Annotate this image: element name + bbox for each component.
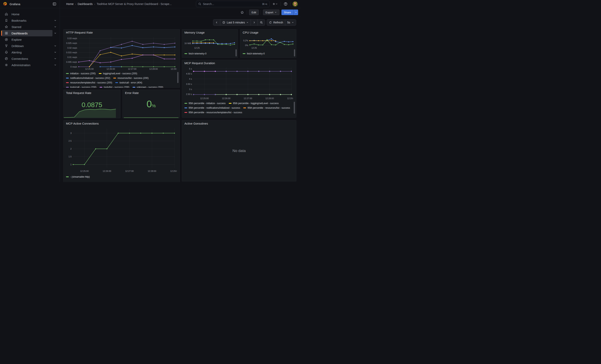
favorite-star-button[interactable] (240, 10, 245, 15)
legend-label: tools/call - error (404) (120, 81, 142, 84)
chevron-down-icon[interactable] (52, 18, 58, 23)
panel-total-request-rate: Total Request Rate 0.0875 (63, 90, 120, 118)
stat-sparkline (124, 115, 179, 118)
edit-button[interactable]: Edit (249, 10, 259, 15)
time-range-picker[interactable]: Last 5 minutes (220, 20, 250, 25)
sidebar-link-drilldown[interactable]: Drilldown (2, 43, 52, 49)
legend-label: resources/list - success (200) (118, 77, 149, 79)
share-button[interactable]: Share (281, 10, 293, 15)
legend-scrollbar[interactable] (294, 49, 295, 56)
legend-swatch (229, 103, 231, 104)
panel-title[interactable]: Total Request Rate (64, 90, 120, 95)
drilldown-icon (4, 44, 8, 48)
legend-item[interactable]: resources/templates/list - success (200) (66, 80, 112, 85)
svg-text:0.02 req/s: 0.02 req/s (67, 47, 77, 49)
legend-item[interactable]: unknown - success (200) (132, 85, 163, 88)
breadcrumb-item[interactable]: Home (66, 2, 73, 6)
legend-item[interactable]: initialize - success (200) (66, 71, 96, 76)
legend-item[interactable]: notifications/initialized - success (202… (66, 76, 110, 80)
chart-canvas[interactable]: 11.522.5312:25:0012:26:0012:27:0012:28:0… (66, 127, 177, 173)
new-button[interactable] (271, 2, 279, 6)
search-input[interactable]: Search... ⌘+k (196, 1, 270, 7)
panel-title[interactable]: Error Rate (123, 90, 180, 95)
legend-scrollbar[interactable] (236, 49, 237, 56)
share-dropdown-button[interactable] (293, 10, 298, 15)
chevron-down-icon[interactable] (52, 56, 58, 61)
svg-text:12:29:00: 12:29:00 (170, 170, 177, 172)
panel-title[interactable]: MCP Active Connections (64, 120, 180, 125)
legend-item[interactable]: 95th percentile - resources/list - succe… (243, 106, 290, 110)
legend-item[interactable]: fetch-telemetry-0 (243, 51, 265, 56)
legend-item[interactable]: tools/call - error (404) (115, 80, 142, 85)
legend-item[interactable]: fetch-telemetry-0 (184, 51, 207, 56)
sidebar-item-label: Starred (11, 25, 21, 29)
export-button[interactable]: Export (263, 10, 280, 15)
svg-text:12:25:00: 12:25:00 (200, 97, 209, 99)
grafana-app: Grafana HomeBookmarksStarredDashboardsEx… (0, 0, 300, 182)
grafana-logo[interactable] (3, 2, 7, 6)
sidebar-item-connections: Connections (2, 55, 58, 62)
legend-label: 95th percentile - notifications/initiali… (189, 107, 240, 109)
sidebar-link-connections[interactable]: Connections (2, 55, 52, 62)
legend-item[interactable]: 95th percentile - resources/templates/li… (184, 110, 242, 115)
chevron-down-icon (275, 3, 278, 5)
panel-title[interactable]: CPU Usage (240, 30, 296, 34)
sidebar-item-bookmarks: Bookmarks (2, 17, 58, 24)
legend-item[interactable]: tools/call - success (200) (66, 85, 96, 88)
zoom-out-button[interactable] (258, 20, 265, 25)
legend-item[interactable]: 95th percentile - initialize - success (184, 101, 226, 106)
question-circle-icon (284, 2, 288, 6)
legend-item[interactable]: logging/setLevel - success (200) (99, 71, 137, 76)
refresh-interval-picker[interactable]: 5s (285, 20, 296, 25)
chevron-right-icon (253, 21, 256, 24)
chevron-down-icon[interactable] (52, 30, 58, 36)
sidebar-item-label: Home (11, 12, 20, 16)
time-back-button[interactable] (213, 20, 220, 25)
legend-label: resources/templates/list - success (200) (70, 81, 112, 84)
user-avatar[interactable] (292, 1, 298, 7)
chevron-down-icon[interactable] (52, 43, 58, 49)
bookmark-icon (4, 19, 8, 22)
time-forward-button[interactable] (250, 20, 258, 25)
chevron-down-icon[interactable] (52, 24, 58, 30)
sidebar-link-alerting[interactable]: Alerting (2, 49, 52, 55)
legend-swatch (115, 82, 118, 83)
panel-title[interactable]: Active Goroutines (182, 120, 296, 125)
legend-item[interactable]: resources/list - success (200) (113, 76, 149, 80)
sidebar-item-label: Connections (11, 57, 28, 60)
panel-title[interactable]: MCP Request Duration (182, 60, 296, 65)
divider (247, 10, 247, 15)
chart-canvas[interactable]: 0 req/s0.005 req/s0.01 req/s0.015 req/s0… (66, 35, 177, 71)
legend-swatch (184, 53, 187, 54)
sidebar-link-bookmarks[interactable]: Bookmarks (2, 17, 52, 24)
svg-text:12:28:00: 12:28:00 (148, 170, 156, 172)
panel-title[interactable]: HTTP Request Rate (64, 30, 180, 34)
chevron-down-icon[interactable] (52, 49, 58, 55)
refresh-button[interactable]: Refresh (267, 20, 285, 25)
breadcrumb-item[interactable]: Dashboards (78, 2, 93, 6)
chart-canvas[interactable]: 0.2%0%12:25 (241, 37, 294, 50)
sidebar-link-administration[interactable]: Administration (2, 62, 52, 68)
legend-scrollbar[interactable] (294, 102, 295, 114)
svg-text:0.025 req/s: 0.025 req/s (66, 42, 77, 44)
dashboard-toolbar: Edit Export Share (60, 8, 300, 17)
help-button[interactable] (283, 1, 288, 7)
gear-icon (4, 63, 8, 67)
legend-scrollbar[interactable] (177, 72, 179, 83)
sidebar-collapse-button[interactable] (52, 1, 57, 7)
sidebar-link-explore[interactable]: Explore (2, 36, 58, 43)
share-split-button: Share (281, 10, 298, 15)
legend-item[interactable]: - (streamable-http) (66, 175, 90, 179)
sidebar-link-dashboards[interactable]: Dashboards (2, 30, 52, 36)
legend-item[interactable]: tools/list - success (200) (100, 85, 129, 88)
panel-title[interactable]: Memory Usage (182, 30, 238, 34)
sidebar-link-home[interactable]: Home (2, 11, 58, 17)
main-area: Home›Dashboards›ToolHive MCP Server & Pr… (60, 0, 300, 182)
sidebar-link-starred[interactable]: Starred (2, 24, 52, 30)
panel-mcp-active-connections: MCP Active Connections 11.522.5312:25:00… (63, 120, 180, 182)
chart-canvas[interactable]: 16 MiB12:25 (183, 37, 236, 50)
chart-canvas[interactable]: 2.50 s3 s3.50 s4 s4.50 s5 s12:25:0012:26… (184, 66, 293, 100)
chevron-down-icon[interactable] (52, 62, 58, 68)
legend-item[interactable]: 95th percentile - notifications/initiali… (184, 106, 240, 110)
legend-item[interactable]: 95th percentile - logging/setLevel - suc… (229, 101, 279, 106)
